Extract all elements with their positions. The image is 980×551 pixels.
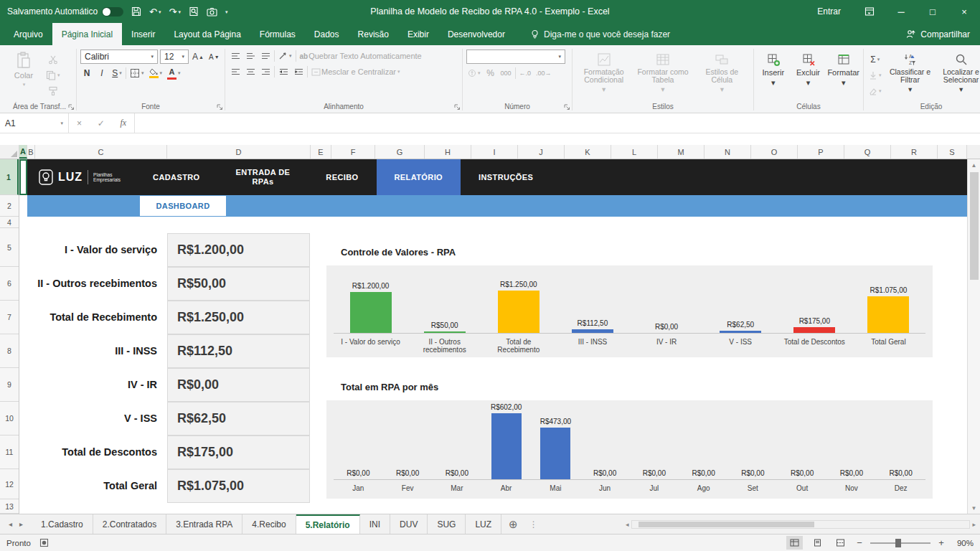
normal-view-button[interactable] (786, 536, 803, 550)
ribbon-tab-revisao[interactable]: Revisão (349, 23, 398, 45)
h-scroll-track[interactable] (631, 520, 971, 529)
autosum-button[interactable]: Σ▾ (867, 53, 883, 66)
customize-qat-button[interactable]: ▾ (225, 9, 228, 14)
ribbon-tab-dados[interactable]: Dados (305, 23, 349, 45)
ribbon-tab-formulas[interactable]: Fórmulas (250, 23, 305, 45)
save-button[interactable] (131, 6, 141, 17)
grid-body[interactable]: LUZ Planilhas Empresariais CADASTROENTRA… (19, 159, 967, 514)
tell-me-box[interactable]: Diga-me o que você deseja fazer (530, 23, 670, 45)
nav-item-cadastro[interactable]: CADASTRO (135, 159, 218, 195)
align-top-button[interactable] (229, 50, 242, 62)
minimize-button[interactable]: ─ (885, 0, 917, 23)
ribbon-tab-pagina-inicial[interactable]: Página Inicial (52, 23, 122, 45)
align-right-button[interactable] (259, 65, 272, 78)
find-select-button[interactable]: Localizar e Selecionar▾ (938, 50, 980, 100)
number-dialog-launcher[interactable] (564, 104, 570, 110)
cut-button[interactable] (44, 53, 62, 66)
italic-button[interactable]: I (95, 67, 108, 80)
increase-decimal-button[interactable]: ←.0 (518, 67, 533, 80)
wrap-text-button[interactable]: ab Quebrar Texto Automaticamente (298, 50, 423, 62)
sheet-tab-5-relatorio[interactable]: 5.Relatório (296, 514, 360, 534)
autosave-toggle[interactable]: Salvamento Automático (7, 6, 123, 17)
font-size-combo[interactable]: 12▾ (160, 50, 189, 64)
tab-list-ellipsis[interactable]: ⋮ (525, 514, 542, 534)
align-middle-button[interactable] (244, 50, 257, 62)
name-box[interactable]: A1▾ (0, 113, 69, 133)
ribbon-tab-inserir[interactable]: Inserir (122, 23, 164, 45)
column-header-e[interactable]: E (311, 145, 331, 159)
zoom-slider[interactable] (870, 542, 930, 544)
align-center-button[interactable] (244, 65, 257, 78)
print-preview-button[interactable] (189, 6, 199, 17)
copy-button[interactable]: ▾ (44, 69, 62, 82)
nav-item-relatorio[interactable]: RELATÓRIO (377, 159, 461, 195)
column-header-m[interactable]: M (658, 145, 705, 159)
clipboard-dialog-launcher[interactable] (68, 104, 75, 110)
summary-value-cell[interactable]: R$1.200,00 (167, 233, 310, 267)
chart-controle-de-valores[interactable]: Controle de Valores - RPA R$1.200,00I - … (326, 247, 933, 357)
ribbon-tab-desenvolvedor[interactable]: Desenvolvedor (438, 23, 514, 45)
column-header-l[interactable]: L (611, 145, 658, 159)
conditional-formatting-button[interactable]: Formatação Condicional▾ (576, 50, 631, 100)
clear-button[interactable]: ▾ (867, 85, 883, 98)
merge-center-button[interactable]: Mesclar e Centralizar ▾ (310, 65, 401, 78)
summary-value-cell[interactable]: R$1.250,00 (167, 301, 310, 334)
decrease-font-button[interactable]: A▼ (207, 50, 221, 63)
confirm-entry-button[interactable]: ✓ (98, 118, 105, 128)
sheet-nav-left-arrow[interactable]: ◂ (9, 520, 12, 528)
underline-button[interactable]: S▾ (110, 67, 123, 80)
nav-item-entrada-de-rpas[interactable]: ENTRADA DE RPAs (218, 159, 308, 195)
borders-button[interactable]: ▾ (128, 67, 146, 80)
alignment-dialog-launcher[interactable] (454, 104, 461, 110)
formula-input[interactable] (135, 113, 980, 133)
sheet-tab-4-recibo[interactable]: 4.Recibo (242, 514, 296, 534)
dashboard-tab[interactable]: DASHBOARD (140, 196, 226, 216)
column-header-k[interactable]: K (565, 145, 611, 159)
column-header-d[interactable]: D (167, 145, 311, 159)
column-header-q[interactable]: Q (844, 145, 891, 159)
decrease-indent-button[interactable] (277, 65, 290, 78)
zoom-in-button[interactable]: + (937, 537, 946, 548)
autosave-toggle-pill[interactable] (102, 7, 123, 17)
redo-button[interactable]: ↷▾ (169, 7, 181, 17)
insert-function-button[interactable]: fx (120, 118, 126, 128)
sheet-tab-ini[interactable]: INI (360, 514, 390, 534)
ribbon-display-options-button[interactable] (854, 0, 885, 23)
increase-font-button[interactable]: A▲ (191, 50, 205, 63)
align-left-button[interactable] (229, 65, 242, 78)
zoom-slider-thumb[interactable] (895, 539, 901, 547)
bold-button[interactable]: N (80, 67, 93, 80)
summary-value-cell[interactable]: R$1.075,00 (167, 469, 310, 503)
horizontal-scrollbar[interactable]: ◂ ▸ (621, 514, 980, 534)
scroll-up-arrow[interactable]: ▲ (971, 159, 977, 171)
sort-filter-button[interactable]: AZ Classificar e Filtrar▾ (887, 50, 934, 100)
zoom-level[interactable]: 90% (952, 539, 974, 547)
fill-color-button[interactable]: ▾ (148, 67, 164, 80)
sign-in-button[interactable]: Entrar (804, 6, 854, 17)
maximize-button[interactable]: □ (917, 0, 948, 23)
summary-value-cell[interactable]: R$112,50 (167, 334, 310, 368)
camera-button[interactable] (207, 7, 217, 17)
vertical-scrollbar[interactable]: ▲ ▼ (967, 159, 980, 514)
column-header-o[interactable]: O (751, 145, 798, 159)
row-header-10[interactable]: 10 (0, 402, 19, 435)
orientation-button[interactable]: ▾ (277, 50, 293, 62)
sheet-tab-duv[interactable]: DUV (390, 514, 428, 534)
column-header-g[interactable]: G (375, 145, 425, 159)
undo-button[interactable]: ↶▾ (149, 7, 161, 17)
sheet-tab-2-contratados[interactable]: 2.Contratados (93, 514, 166, 534)
close-button[interactable]: × (948, 0, 980, 23)
format-painter-button[interactable] (44, 85, 62, 98)
row-header-4[interactable]: 4 (0, 217, 19, 228)
increase-indent-button[interactable] (292, 65, 305, 78)
format-cells-button[interactable]: Formatar▾ (827, 50, 859, 100)
page-break-view-button[interactable] (832, 536, 849, 550)
format-as-table-button[interactable]: Formatar como Tabela▾ (635, 50, 690, 100)
insert-cells-button[interactable]: Inserir▾ (758, 50, 789, 100)
cancel-entry-button[interactable]: × (77, 118, 82, 128)
accounting-format-button[interactable]: ▾ (466, 67, 482, 80)
ribbon-tab-exibir[interactable]: Exibir (398, 23, 438, 45)
row-header-7[interactable]: 7 (0, 301, 19, 334)
nav-item-recibo[interactable]: RECIBO (308, 159, 376, 195)
column-header-s[interactable]: S (938, 145, 967, 159)
